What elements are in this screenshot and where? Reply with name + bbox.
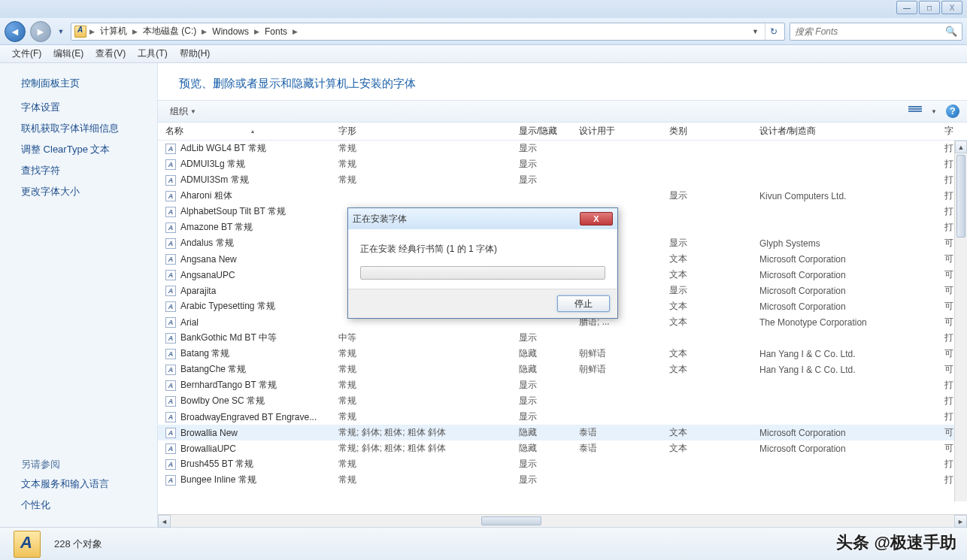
breadcrumb[interactable]: 计算机 [98, 25, 129, 38]
font-name: Amazone BT 常规 [180, 221, 253, 234]
column-category[interactable]: 类别 [669, 125, 759, 138]
page-title: 预览、删除或者显示和隐藏计算机上安装的字体 [158, 63, 967, 100]
breadcrumb[interactable]: Windows [210, 26, 251, 37]
font-row[interactable]: AADMUI3Lg 常规常规显示打 [158, 156, 967, 172]
address-bar[interactable]: ▶ 计算机 ▶ 本地磁盘 (C:) ▶ Windows ▶ Fonts ▶ ▼ … [71, 23, 785, 41]
sidebar-link-find-char[interactable]: 查找字符 [21, 164, 157, 177]
scroll-thumb[interactable] [481, 516, 541, 525]
search-box[interactable]: 🔍 [790, 23, 962, 41]
fonts-folder-icon [74, 26, 86, 38]
font-name: Aparajita [180, 286, 216, 296]
navigation-bar: ◄ ► ▼ ▶ 计算机 ▶ 本地磁盘 (C:) ▶ Windows ▶ Font… [0, 18, 967, 45]
font-name: Arabic Typesetting 常规 [180, 300, 275, 313]
dialog-title-text: 正在安装字体 [353, 213, 407, 226]
help-icon[interactable]: ? [946, 104, 959, 118]
cell-style: 常规; 斜体; 粗体; 粗体 斜体 [338, 442, 519, 455]
font-row[interactable]: AADMUI3Sm 常规常规显示打 [158, 172, 967, 188]
column-style[interactable]: 字形 [338, 125, 519, 138]
font-icon: A [165, 475, 176, 486]
cell-designer: The Monotype Corporation [759, 317, 944, 328]
chevron-right-icon[interactable]: ▶ [89, 28, 95, 35]
vertical-scrollbar[interactable]: ▲ [954, 141, 967, 501]
control-panel-home-link[interactable]: 控制面板主页 [21, 77, 157, 90]
menu-view[interactable]: 查看(V) [91, 46, 130, 62]
font-name: BankGothic Md BT 中等 [180, 331, 277, 344]
scroll-thumb[interactable] [956, 155, 965, 238]
font-row[interactable]: AAharoni 粗体显示Kivun Computers Ltd.打 [158, 188, 967, 204]
font-row[interactable]: ABankGothic Md BT 中等中等显示打 [158, 330, 967, 346]
cell-show-hide: 显示 [519, 379, 579, 392]
view-options-button[interactable] [908, 106, 922, 117]
dialog-close-button[interactable]: X [580, 212, 613, 226]
font-icon: A [165, 144, 176, 154]
font-icon: A [165, 349, 176, 359]
scroll-up-arrow[interactable]: ▲ [955, 141, 967, 153]
close-button[interactable]: X [941, 1, 962, 14]
back-button[interactable]: ◄ [5, 21, 26, 42]
cell-show-hide: 显示 [519, 474, 579, 486]
breadcrumb[interactable]: Fonts [262, 26, 289, 37]
scroll-left-arrow[interactable]: ◄ [158, 515, 171, 528]
sidebar-link-font-settings[interactable]: 字体设置 [21, 101, 157, 114]
cell-style: 常规 [338, 142, 519, 155]
cell-category: 显示 [669, 189, 759, 202]
font-row[interactable]: ABungee Inline 常规常规显示打 [158, 472, 967, 488]
chevron-right-icon[interactable]: ▶ [202, 28, 207, 35]
menu-help[interactable]: 帮助(H) [175, 46, 215, 62]
cell-designed-for: 朝鲜语 [579, 347, 669, 360]
column-name[interactable]: 名称▴ [165, 125, 338, 138]
column-designed-for[interactable]: 设计用于 [579, 125, 669, 138]
menu-file[interactable]: 文件(F) [8, 46, 46, 62]
chevron-down-icon[interactable]: ▼ [931, 108, 937, 115]
cell-style: 常规 [338, 474, 519, 486]
sidebar-link-change-font-size[interactable]: 更改字体大小 [21, 185, 157, 198]
cell-designer: Han Yang I & C Co. Ltd. [759, 349, 944, 359]
breadcrumb[interactable]: 本地磁盘 (C:) [141, 25, 199, 38]
progress-bar [360, 266, 605, 280]
cell-designer: Microsoft Corporation [759, 443, 944, 454]
chevron-right-icon[interactable]: ▶ [132, 28, 138, 35]
address-dropdown[interactable]: ▼ [749, 28, 762, 35]
font-icon: A [165, 380, 176, 391]
font-row[interactable]: ABatangChe 常规常规隐藏朝鲜语文本Han Yang I & C Co.… [158, 362, 967, 377]
font-row[interactable]: ABrowalliaUPC常规; 斜体; 粗体; 粗体 斜体隐藏泰语文本Micr… [158, 440, 967, 456]
menu-tools[interactable]: 工具(T) [133, 46, 171, 62]
cell-designed-for: 泰语 [579, 442, 669, 455]
sidebar-link-text-services[interactable]: 文本服务和输入语言 [21, 477, 157, 491]
font-row[interactable]: ABrush455 BT 常规常规显示打 [158, 456, 967, 472]
organize-button[interactable]: 组织▼ [165, 104, 201, 120]
forward-button[interactable]: ► [30, 21, 51, 42]
cell-designer: Glyph Systems [759, 238, 944, 249]
font-row[interactable]: ABatang 常规常规隐藏朝鲜语文本Han Yang I & C Co. Lt… [158, 346, 967, 362]
font-row[interactable]: ABernhardTango BT 常规常规显示打 [158, 377, 967, 393]
font-row[interactable]: ABrowallia New常规; 斜体; 粗体; 粗体 斜体隐藏泰语文本Mic… [158, 425, 967, 440]
dialog-titlebar[interactable]: 正在安装字体 X [348, 208, 617, 229]
cell-designed-for: 朝鲜语 [579, 363, 669, 376]
cell-designer: Microsoft Corporation [759, 254, 944, 265]
maximize-button[interactable]: □ [919, 1, 940, 14]
search-icon[interactable]: 🔍 [945, 26, 957, 37]
sidebar-link-cleartype[interactable]: 调整 ClearType 文本 [21, 143, 157, 156]
font-row[interactable]: AAdLib WGL4 BT 常规常规显示打 [158, 141, 967, 156]
horizontal-scrollbar[interactable]: ◄ ► [158, 514, 967, 527]
history-dropdown[interactable]: ▼ [56, 23, 66, 40]
font-row[interactable]: ABroadwayEngraved BT Engrave...常规显示打 [158, 409, 967, 425]
column-designer[interactable]: 设计者/制造商 [759, 125, 944, 138]
minimize-button[interactable]: — [896, 1, 917, 14]
refresh-icon[interactable]: ↻ [765, 23, 781, 40]
chevron-right-icon[interactable]: ▶ [254, 28, 259, 35]
menu-edit[interactable]: 编辑(E) [49, 46, 88, 62]
column-extension[interactable]: 字 [944, 125, 967, 138]
cell-show-hide: 显示 [519, 174, 579, 186]
search-input[interactable] [795, 26, 945, 37]
install-font-dialog: 正在安装字体 X 正在安装 经典行书简 (1 的 1 字体) 停止 [347, 207, 618, 319]
sidebar-link-personalization[interactable]: 个性化 [21, 498, 157, 512]
cell-style: 常规 [338, 458, 519, 471]
stop-button[interactable]: 停止 [557, 295, 610, 312]
column-show-hide[interactable]: 显示/隐藏 [519, 125, 579, 138]
chevron-right-icon[interactable]: ▶ [293, 28, 298, 35]
font-row[interactable]: ABowlby One SC 常规常规显示打 [158, 393, 967, 409]
sidebar-link-online-font-info[interactable]: 联机获取字体详细信息 [21, 122, 157, 135]
cell-show-hide: 隐藏 [519, 347, 579, 360]
scroll-right-arrow[interactable]: ► [954, 515, 967, 528]
